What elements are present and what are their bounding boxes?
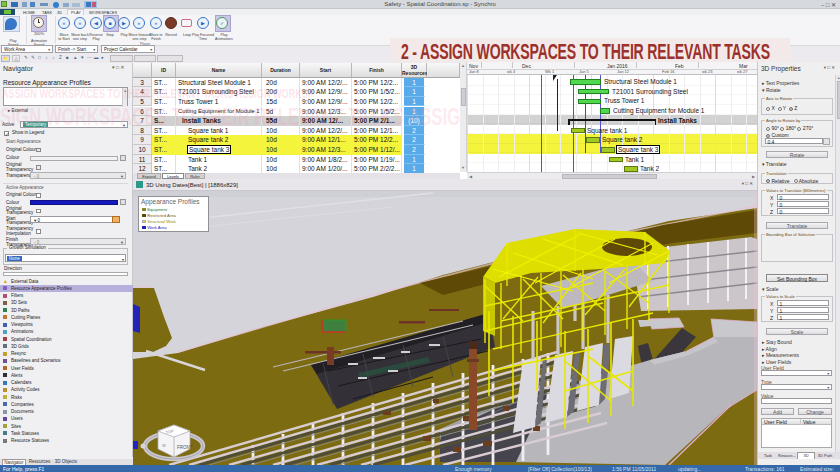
svg-text:W: W [162, 443, 166, 448]
svg-text:FRONT: FRONT [177, 445, 193, 450]
